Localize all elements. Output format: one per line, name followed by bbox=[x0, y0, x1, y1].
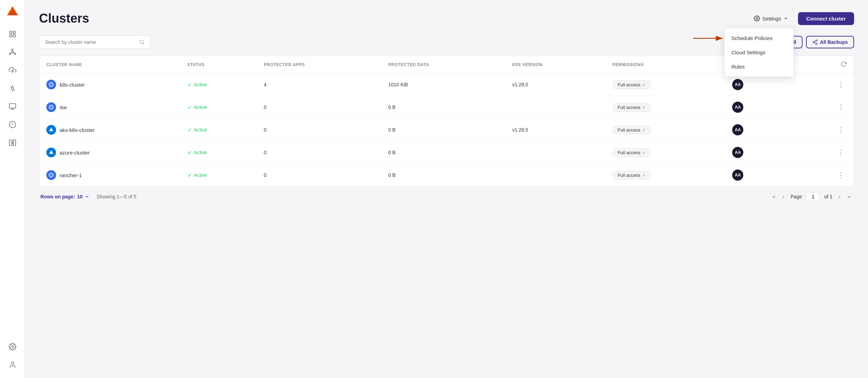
actions-cell-1: ⋮ bbox=[796, 96, 854, 119]
status-cell-4: ✓ Active bbox=[180, 164, 257, 187]
access-badge-1: Full access ✓ bbox=[612, 103, 651, 112]
next-page-button[interactable]: › bbox=[837, 192, 843, 201]
access-check-0: ✓ bbox=[642, 82, 646, 87]
svg-line-12 bbox=[10, 53, 11, 53]
actions-cell-0: ⋮ bbox=[796, 73, 854, 96]
permissions-cell-2: Full access ✓ bbox=[605, 119, 725, 141]
svg-point-7 bbox=[12, 49, 13, 50]
status-check-4: ✓ bbox=[187, 172, 192, 179]
cluster-icon-4 bbox=[46, 170, 56, 180]
more-actions-button-1[interactable]: ⋮ bbox=[835, 102, 847, 112]
more-actions-button-4[interactable]: ⋮ bbox=[835, 170, 847, 180]
status-text-4: Active bbox=[194, 172, 207, 178]
sidebar bbox=[0, 0, 25, 378]
protected-apps-cell-4: 0 bbox=[257, 164, 381, 187]
k8s-version-cell-0: v1.28.0 bbox=[505, 73, 605, 96]
dropdown-item-cloud-settings[interactable]: Cloud Settings bbox=[724, 45, 793, 60]
status-text-0: Active bbox=[194, 82, 207, 87]
protected-apps-cell-0: 4 bbox=[257, 73, 381, 96]
col-protected-data: PROTECTED DATA bbox=[381, 56, 505, 73]
access-badge-3: Full access ✓ bbox=[612, 148, 651, 157]
protected-data-cell-3: 0 B bbox=[381, 141, 505, 164]
sidebar-item-account[interactable] bbox=[5, 357, 20, 372]
search-input[interactable] bbox=[45, 39, 137, 45]
more-actions-button-0[interactable]: ⋮ bbox=[835, 79, 847, 90]
search-icon bbox=[139, 39, 145, 45]
sidebar-item-dashboard[interactable] bbox=[5, 26, 20, 42]
more-actions-button-2[interactable]: ⋮ bbox=[835, 125, 847, 135]
col-permissions: PERMISSIONS bbox=[605, 56, 725, 73]
protected-apps-cell-3: 0 bbox=[257, 141, 381, 164]
sidebar-item-apps[interactable] bbox=[5, 99, 20, 114]
svg-point-6 bbox=[11, 51, 14, 53]
settings-dropdown-wrapper: Settings bbox=[748, 13, 793, 24]
cluster-name-3: azure-cluster bbox=[60, 150, 90, 156]
owner-cell-4: AA bbox=[725, 164, 795, 187]
owner-cell-3: AA bbox=[725, 141, 795, 164]
access-badge-4: Full access ✓ bbox=[612, 171, 651, 180]
search-box[interactable] bbox=[39, 36, 150, 49]
dropdown-item-rules[interactable]: Rules bbox=[724, 60, 793, 74]
avatar-2: AA bbox=[732, 124, 743, 135]
gear-icon bbox=[754, 15, 760, 22]
of-label: of 1 bbox=[824, 194, 832, 199]
app-logo[interactable] bbox=[6, 6, 19, 18]
protected-data-cell-1: 0 B bbox=[381, 96, 505, 119]
sidebar-item-alerts[interactable] bbox=[5, 117, 20, 132]
actions-cell-3: ⋮ bbox=[796, 141, 854, 164]
access-badge-0: Full access ✓ bbox=[612, 80, 651, 89]
last-page-button[interactable]: » bbox=[845, 192, 853, 201]
rows-per-page[interactable]: Rows on page: 10 bbox=[40, 194, 90, 199]
refresh-icon[interactable] bbox=[840, 61, 847, 67]
owner-cell-1: AA bbox=[725, 96, 795, 119]
actions-cell-4: ⋮ bbox=[796, 164, 854, 187]
cluster-icon-2 bbox=[46, 125, 56, 135]
all-backups-button[interactable]: All Backups bbox=[806, 36, 854, 48]
prev-page-button[interactable]: ‹ bbox=[780, 192, 786, 201]
svg-point-26 bbox=[11, 346, 14, 348]
dropdown-item-schedule-policies[interactable]: Schedule Policies bbox=[724, 31, 793, 45]
cluster-name-1: rke bbox=[60, 104, 67, 110]
sidebar-item-migrate[interactable] bbox=[5, 135, 20, 150]
avatar-3: AA bbox=[732, 147, 743, 158]
svg-rect-5 bbox=[13, 35, 15, 37]
status-check-0: ✓ bbox=[187, 81, 192, 88]
sidebar-item-settings[interactable] bbox=[5, 339, 20, 354]
svg-point-37 bbox=[816, 40, 817, 41]
status-cell-0: ✓ Active bbox=[180, 73, 257, 96]
svg-rect-2 bbox=[9, 31, 11, 33]
settings-button[interactable]: Settings bbox=[748, 13, 793, 24]
page-input[interactable] bbox=[806, 192, 820, 201]
svg-point-27 bbox=[11, 362, 14, 364]
cluster-name-cell-0: k8s-cluster bbox=[39, 73, 180, 96]
col-cluster-name: CLUSTER NAME bbox=[39, 56, 180, 73]
permissions-cell-4: Full access ✓ bbox=[605, 164, 725, 187]
backup-icon bbox=[812, 39, 818, 45]
actions-cell-2: ⋮ bbox=[796, 119, 854, 141]
first-page-button[interactable]: « bbox=[770, 192, 777, 201]
k8s-version-cell-4 bbox=[505, 164, 605, 187]
svg-line-41 bbox=[814, 41, 816, 42]
svg-point-38 bbox=[813, 41, 814, 43]
col-k8s-version: K8S VERSION bbox=[505, 56, 605, 73]
table-row: aks-k8s-cluster ✓ Active 0 0 B v1.28.5 F… bbox=[39, 119, 854, 141]
status-cell-2: ✓ Active bbox=[180, 119, 257, 141]
svg-rect-17 bbox=[9, 104, 15, 108]
k8s-version-cell-3 bbox=[505, 141, 605, 164]
protected-data-cell-0: 1010 KiB bbox=[381, 73, 505, 96]
header-actions: Settings bbox=[748, 12, 854, 25]
connect-cluster-button[interactable]: Connect cluster bbox=[798, 12, 854, 25]
all-backups-label: All Backups bbox=[820, 39, 848, 45]
sidebar-item-backup[interactable] bbox=[5, 63, 20, 78]
page-header: Clusters Settings bbox=[39, 11, 854, 26]
status-text-3: Active bbox=[194, 150, 207, 155]
sidebar-item-monitoring[interactable] bbox=[5, 81, 20, 96]
more-actions-button-3[interactable]: ⋮ bbox=[835, 147, 847, 158]
sidebar-item-clusters[interactable] bbox=[5, 45, 20, 60]
table-row: rke ✓ Active 0 0 B Full access ✓ AA bbox=[39, 96, 854, 119]
access-badge-2: Full access ✓ bbox=[612, 126, 651, 134]
k8s-version-cell-2: v1.28.5 bbox=[505, 119, 605, 141]
settings-dropdown-menu: Schedule Policies Cloud Settings Rules bbox=[724, 28, 794, 77]
permissions-cell-1: Full access ✓ bbox=[605, 96, 725, 119]
protected-apps-cell-2: 0 bbox=[257, 119, 381, 141]
